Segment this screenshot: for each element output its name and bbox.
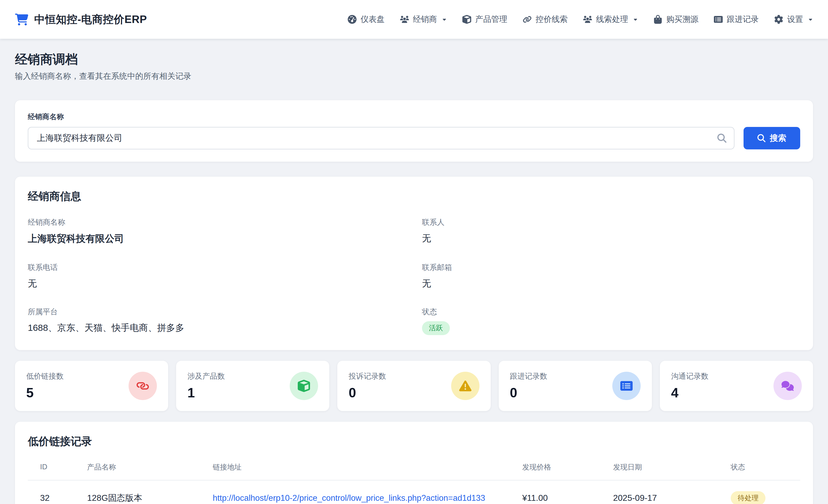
link-icon <box>129 372 157 400</box>
shopping-bag-icon <box>654 15 662 24</box>
nav-label: 跟进记录 <box>727 14 759 25</box>
stat-text: 跟进记录数 0 <box>510 371 547 401</box>
stat-label: 投诉记录数 <box>348 371 386 381</box>
table-row: 32 128G固态版本 http://localhost/erp10-2/pri… <box>28 480 800 504</box>
cube-icon <box>462 15 471 24</box>
field-label: 联系电话 <box>28 262 406 272</box>
column-header-price: 发现价格 <box>522 458 613 480</box>
nav-item-follow-up[interactable]: 跟进记录 <box>714 14 759 25</box>
column-header-product: 产品名称 <box>87 458 213 480</box>
chat-icon <box>774 372 802 400</box>
dealer-search-card: 经销商名称 搜索 <box>15 100 813 162</box>
nav-item-dashboard[interactable]: 仪表盘 <box>348 14 385 25</box>
field-label: 状态 <box>422 307 800 317</box>
field-contact-person: 联系人 无 <box>422 217 800 245</box>
stat-value: 1 <box>188 385 225 401</box>
nav-label: 设置 <box>787 14 803 25</box>
users-icon <box>583 15 592 24</box>
chevron-down-icon <box>633 17 638 22</box>
nav-item-dealers[interactable]: 经销商 <box>400 14 447 25</box>
field-value: 无 <box>422 232 800 245</box>
search-input-wrap <box>28 127 735 150</box>
field-label: 联系邮箱 <box>422 262 800 272</box>
field-value: 上海联贸科技有限公司 <box>28 232 406 245</box>
nav-item-settings[interactable]: 设置 <box>774 14 813 25</box>
main-nav: 仪表盘 经销商 产品管理 控价线索 线索处理 购买溯源 跟进记录 <box>348 14 813 25</box>
nav-label: 购买溯源 <box>666 14 698 25</box>
field-platforms: 所属平台 1688、京东、天猫、快手电商、拼多多 <box>28 307 406 335</box>
dealer-name-input[interactable] <box>28 127 735 150</box>
nav-label: 仪表盘 <box>361 14 385 25</box>
cell-price: ¥11.00 <box>522 480 613 504</box>
warning-icon <box>451 372 480 400</box>
search-row: 搜索 <box>28 127 800 150</box>
page-title: 经销商调档 <box>15 52 813 67</box>
stat-label: 跟进记录数 <box>510 371 547 381</box>
chevron-down-icon <box>808 17 813 22</box>
column-header-date: 发现日期 <box>613 458 731 480</box>
low-price-links-table: ID 产品名称 链接地址 发现价格 发现日期 状态 32 128G固态版本 ht… <box>28 458 800 504</box>
stat-text: 投诉记录数 0 <box>348 371 386 401</box>
nav-item-price-leads[interactable]: 控价线索 <box>523 14 568 25</box>
column-header-id: ID <box>28 458 87 480</box>
cube-icon <box>290 372 318 400</box>
stat-card-low-price-links: 低价链接数 5 <box>15 361 168 411</box>
brand[interactable]: 中恒知控-电商控价ERP <box>15 12 147 27</box>
stat-card-complaints: 投诉记录数 0 <box>337 361 490 411</box>
stat-value: 4 <box>671 385 708 401</box>
search-button[interactable]: 搜索 <box>744 127 800 150</box>
status-badge: 活跃 <box>422 321 450 335</box>
list-icon <box>714 15 723 24</box>
stat-text: 低价链接数 5 <box>26 371 64 401</box>
column-header-status: 状态 <box>731 458 800 480</box>
low-price-link[interactable]: http://localhost/erp10-2/price_control/l… <box>213 493 485 503</box>
stat-value: 5 <box>26 385 64 401</box>
top-navbar: 中恒知控-电商控价ERP 仪表盘 经销商 产品管理 控价线索 线索处理 购买溯源 <box>0 0 828 39</box>
stat-card-follow-ups: 跟进记录数 0 <box>499 361 652 411</box>
column-header-url: 链接地址 <box>213 458 522 480</box>
field-value: 无 <box>422 278 800 290</box>
stat-card-products: 涉及产品数 1 <box>176 361 329 411</box>
cell-id: 32 <box>28 480 87 504</box>
search-icon <box>757 134 765 142</box>
low-price-links-card: 低价链接记录 ID 产品名称 链接地址 发现价格 发现日期 状态 32 128G… <box>15 422 813 504</box>
nav-label: 控价线索 <box>536 14 568 25</box>
field-value: 活跃 <box>422 321 800 335</box>
dealer-info-card: 经销商信息 经销商名称 上海联贸科技有限公司 联系人 无 联系电话 无 联系邮箱… <box>15 177 813 350</box>
status-badge: 待处理 <box>731 491 765 504</box>
cell-url: http://localhost/erp10-2/price_control/l… <box>213 480 522 504</box>
nav-label: 经销商 <box>413 14 437 25</box>
field-label: 所属平台 <box>28 307 406 317</box>
field-value: 无 <box>28 278 406 290</box>
users-icon <box>400 15 409 24</box>
nav-item-lead-processing[interactable]: 线索处理 <box>583 14 638 25</box>
nav-item-purchase-trace[interactable]: 购买溯源 <box>654 14 698 25</box>
main-content: 经销商调档 输入经销商名称，查看其在系统中的所有相关记录 经销商名称 搜索 经销… <box>0 39 828 504</box>
field-label: 联系人 <box>422 217 800 227</box>
stat-card-communications: 沟通记录数 4 <box>660 361 813 411</box>
field-dealer-name: 经销商名称 上海联贸科技有限公司 <box>28 217 406 245</box>
field-label: 经销商名称 <box>28 217 406 227</box>
field-contact-email: 联系邮箱 无 <box>422 262 800 290</box>
table-header-row: ID 产品名称 链接地址 发现价格 发现日期 状态 <box>28 458 800 480</box>
stats-row: 低价链接数 5 涉及产品数 1 投诉记录数 0 <box>15 361 813 411</box>
stat-text: 沟通记录数 4 <box>671 371 708 401</box>
nav-item-products[interactable]: 产品管理 <box>462 14 507 25</box>
nav-label: 产品管理 <box>475 14 507 25</box>
field-contact-phone: 联系电话 无 <box>28 262 406 290</box>
page-subtitle: 输入经销商名称，查看其在系统中的所有相关记录 <box>15 71 813 81</box>
dealer-info-grid: 经销商名称 上海联贸科技有限公司 联系人 无 联系电话 无 联系邮箱 无 所属平… <box>28 217 800 335</box>
cell-status: 待处理 <box>731 480 800 504</box>
field-status: 状态 活跃 <box>422 307 800 335</box>
field-value: 1688、京东、天猫、快手电商、拼多多 <box>28 322 406 334</box>
stat-text: 涉及产品数 1 <box>188 371 225 401</box>
cell-date: 2025-09-17 <box>613 480 731 504</box>
dealer-info-title: 经销商信息 <box>28 190 800 202</box>
stat-value: 0 <box>510 385 547 401</box>
list-icon <box>612 372 640 400</box>
gauge-icon <box>348 15 357 24</box>
cell-product: 128G固态版本 <box>87 480 213 504</box>
search-field-label: 经销商名称 <box>28 112 800 122</box>
low-price-links-title: 低价链接记录 <box>28 435 800 447</box>
stat-label: 低价链接数 <box>26 371 64 381</box>
